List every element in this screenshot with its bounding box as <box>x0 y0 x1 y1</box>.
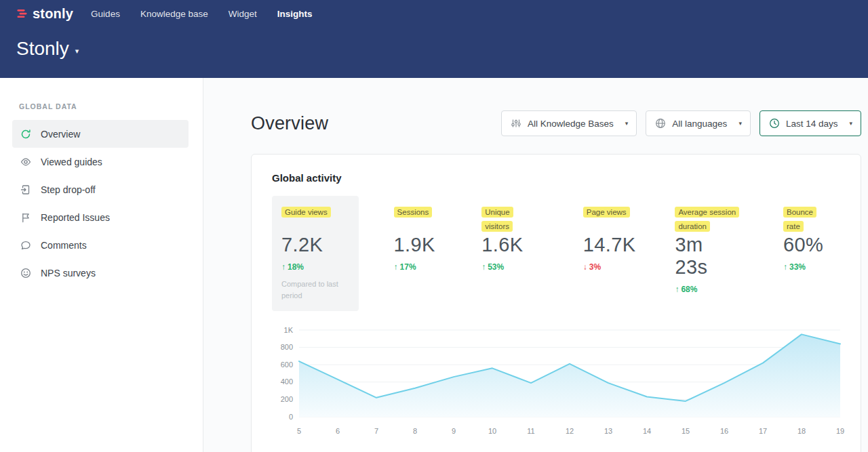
nav-item-guides[interactable]: Guides <box>91 6 120 22</box>
svg-text:400: 400 <box>281 377 293 386</box>
knowledge-bases-filter-value: All Knowledge Bases <box>528 119 614 129</box>
metric-change: 68% <box>675 285 738 294</box>
metric-change-value: 53% <box>488 262 504 272</box>
metric-page-views[interactable]: Page views 14.7K 3% <box>574 196 640 281</box>
svg-text:8: 8 <box>413 427 417 435</box>
metric-change-value: 33% <box>789 262 806 272</box>
languages-filter-value: All languages <box>672 119 727 129</box>
svg-text:19: 19 <box>836 427 844 435</box>
activity-chart-svg: 02004006008001K5678910111213141516171819 <box>272 323 845 440</box>
nav-item-insights[interactable]: Insights <box>277 6 313 22</box>
main-header: Overview All Knowledge Bases All l <box>251 110 861 136</box>
global-activity-chart: 02004006008001K5678910111213141516171819 <box>272 323 840 443</box>
svg-text:6: 6 <box>336 427 340 435</box>
sidebar-item-label: NPS surveys <box>41 268 96 279</box>
metric-value: 14.7K <box>583 234 631 256</box>
trend-arrow-icon <box>281 262 285 272</box>
chevron-down-icon <box>849 120 852 127</box>
sidebar-item-label: Step drop-off <box>41 184 96 195</box>
step-dropoff-icon <box>20 184 31 195</box>
card-title: Global activity <box>272 172 840 184</box>
knowledge-bases-filter[interactable]: All Knowledge Bases <box>501 110 637 136</box>
metric-label: Page views <box>583 207 630 218</box>
svg-text:12: 12 <box>566 427 574 435</box>
trend-arrow-icon <box>783 262 787 272</box>
stonly-logo-icon <box>16 8 28 20</box>
metrics-row: Guide views 7.2K 18% Compared to last pe… <box>272 196 840 311</box>
sidebar-item-step-drop-off[interactable]: Step drop-off <box>12 176 189 203</box>
languages-filter[interactable]: All languages <box>646 110 751 136</box>
metric-note: Compared to last period <box>281 279 348 302</box>
overview-icon <box>20 129 31 140</box>
trend-arrow-icon <box>583 262 587 272</box>
metric-value: 60% <box>783 234 831 256</box>
clock-icon <box>769 118 780 129</box>
sidebar-item-comments[interactable]: Comments <box>12 231 189 259</box>
metric-change-value: 3% <box>589 262 601 272</box>
metric-bounce-rate[interactable]: Bounce rate 60% 33% <box>774 196 840 281</box>
metric-label-box: Unique visitors <box>481 205 538 234</box>
metric-value: 1.9K <box>394 234 437 256</box>
metric-label: Sessions <box>394 207 433 218</box>
sliders-icon <box>511 118 521 129</box>
metric-label-box: Guide views <box>281 205 349 234</box>
metric-value: 3m 23s <box>675 234 738 279</box>
global-activity-card: Global activity Guide views 7.2K 18% Com… <box>251 154 861 452</box>
svg-text:600: 600 <box>281 361 293 369</box>
svg-text:200: 200 <box>281 395 293 403</box>
trend-arrow-icon <box>481 262 486 272</box>
workspace-title: Stonly <box>16 38 69 60</box>
nav-item-widget[interactable]: Widget <box>229 6 257 22</box>
sidebar-item-reported-issues[interactable]: Reported Issues <box>12 203 189 231</box>
sidebar-item-label: Reported Issues <box>41 212 110 223</box>
svg-text:17: 17 <box>759 427 767 435</box>
metric-change: 17% <box>394 262 437 272</box>
sidebar-item-nps-surveys[interactable]: NPS surveys <box>12 259 189 287</box>
sidebar-item-label: Viewed guides <box>41 157 102 167</box>
metric-change-value: 17% <box>400 262 416 272</box>
sidebar-item-viewed-guides[interactable]: Viewed guides <box>12 148 189 176</box>
sidebar-section-label: GLOBAL DATA <box>19 102 189 110</box>
nav-item-knowledge-base[interactable]: Knowledge base <box>140 6 208 22</box>
date-range-filter[interactable]: Last 14 days <box>760 110 861 136</box>
svg-text:800: 800 <box>281 343 293 351</box>
sidebar-item-label: Overview <box>41 129 80 140</box>
date-range-filter-value: Last 14 days <box>786 119 838 129</box>
comment-icon <box>20 240 31 251</box>
metric-label: Unique visitors <box>481 207 513 232</box>
metric-guide-views[interactable]: Guide views 7.2K 18% Compared to last pe… <box>272 196 359 311</box>
metric-value: 1.6K <box>481 234 538 256</box>
page-title: Overview <box>251 113 328 134</box>
flag-icon <box>20 212 31 223</box>
svg-text:13: 13 <box>604 427 612 435</box>
metric-unique-visitors[interactable]: Unique visitors 1.6K 53% <box>472 196 548 281</box>
chevron-down-icon <box>738 120 742 127</box>
metric-change: 18% <box>281 262 349 272</box>
stonly-logo[interactable]: stonly <box>16 6 73 22</box>
metric-sessions[interactable]: Sessions 1.9K 17% <box>384 196 447 281</box>
trend-arrow-icon <box>675 285 679 294</box>
svg-text:10: 10 <box>488 427 496 435</box>
top-navigation: stonly Guides Knowledge base Widget Insi… <box>16 6 852 22</box>
metric-label: Guide views <box>281 207 331 218</box>
svg-text:11: 11 <box>527 427 534 435</box>
svg-text:1K: 1K <box>284 326 294 334</box>
metric-change: 33% <box>783 262 831 272</box>
chevron-down-icon <box>75 47 79 56</box>
svg-text:7: 7 <box>374 427 378 435</box>
main-content: Overview All Knowledge Bases All l <box>204 78 868 452</box>
sidebar-item-overview[interactable]: Overview <box>12 120 189 148</box>
workspace-selector[interactable]: Stonly <box>16 38 79 60</box>
app-header: stonly Guides Knowledge base Widget Insi… <box>0 0 868 78</box>
svg-text:15: 15 <box>682 427 690 435</box>
sidebar-item-label: Comments <box>41 240 87 251</box>
svg-text:5: 5 <box>297 427 301 435</box>
metric-label: Average session duration <box>675 207 739 232</box>
metric-average-session-duration[interactable]: Average session duration 3m 23s 68% <box>665 196 748 304</box>
smiley-icon <box>20 268 31 279</box>
trend-arrow-icon <box>394 262 398 272</box>
metric-change-value: 68% <box>681 285 697 294</box>
svg-text:16: 16 <box>720 427 728 435</box>
logo-text: stonly <box>33 6 73 22</box>
metric-label-box: Sessions <box>394 205 437 234</box>
